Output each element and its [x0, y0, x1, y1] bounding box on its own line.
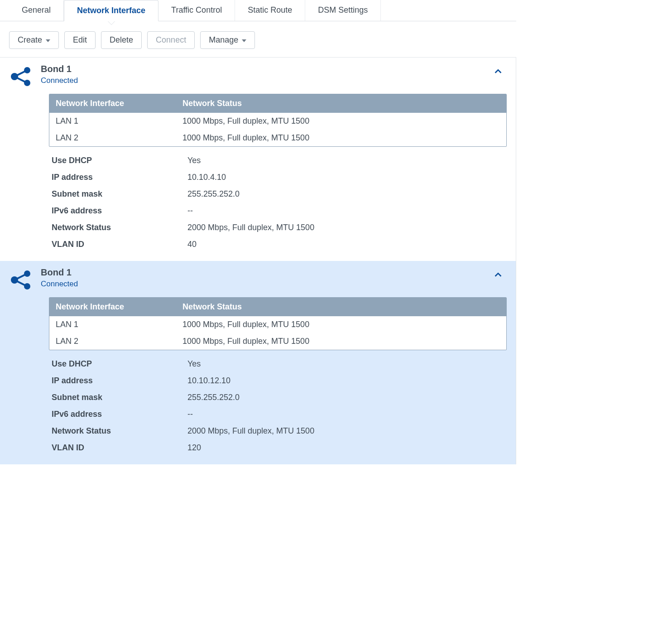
- member-interface-table: Network Interface Network Status LAN 1 1…: [49, 297, 507, 350]
- member-interface-name: LAN 1: [56, 116, 182, 126]
- interface-status: Connected: [41, 76, 507, 85]
- property-label: VLAN ID: [52, 443, 187, 453]
- collapse-toggle[interactable]: [493, 67, 503, 77]
- member-interface-status: 1000 Mbps, Full duplex, MTU 1500: [182, 320, 500, 329]
- svg-line-4: [16, 77, 25, 82]
- manage-button[interactable]: Manage: [200, 31, 255, 49]
- property-label: Network Status: [52, 426, 187, 436]
- property-row: Use DHCP Yes: [49, 356, 507, 372]
- property-value: --: [187, 410, 193, 419]
- interface-properties: Use DHCP Yes IP address 10.10.12.10 Subn…: [49, 356, 507, 456]
- property-label: Subnet mask: [52, 393, 187, 402]
- interface-item[interactable]: Bond 1 Connected Network Interface Netwo…: [0, 58, 516, 261]
- interface-title: Bond 1: [41, 64, 507, 74]
- edit-label: Edit: [73, 35, 87, 45]
- property-row: IP address 10.10.12.10: [49, 372, 507, 389]
- bond-icon: [9, 66, 33, 87]
- property-value: Yes: [187, 359, 201, 369]
- tab-traffic-control[interactable]: Traffic Control: [158, 0, 235, 21]
- property-row: Subnet mask 255.255.252.0: [49, 389, 507, 406]
- delete-button[interactable]: Delete: [101, 31, 142, 49]
- property-label: IPv6 address: [52, 206, 187, 216]
- connect-label: Connect: [156, 35, 186, 45]
- svg-line-9: [16, 281, 25, 285]
- member-interface-status: 1000 Mbps, Full duplex, MTU 1500: [182, 337, 500, 346]
- property-label: Network Status: [52, 223, 187, 232]
- property-row: Subnet mask 255.255.252.0: [49, 186, 507, 203]
- property-row: VLAN ID 40: [49, 236, 507, 253]
- member-interface-status: 1000 Mbps, Full duplex, MTU 1500: [182, 116, 500, 126]
- interface-title: Bond 1: [41, 267, 507, 278]
- svg-point-2: [24, 80, 30, 86]
- property-value: 120: [187, 443, 201, 453]
- toolbar: Create Edit Delete Connect Manage: [0, 21, 516, 57]
- svg-line-3: [16, 71, 25, 76]
- tab-dsm-settings[interactable]: DSM Settings: [305, 0, 381, 21]
- property-row: IP address 10.10.4.10: [49, 169, 507, 186]
- member-interface-status: 1000 Mbps, Full duplex, MTU 1500: [182, 133, 500, 143]
- property-row: IPv6 address --: [49, 203, 507, 219]
- property-label: Subnet mask: [52, 189, 187, 199]
- property-value: 2000 Mbps, Full duplex, MTU 1500: [187, 426, 314, 436]
- dropdown-caret-icon: [242, 39, 246, 42]
- property-value: 10.10.12.10: [187, 376, 230, 386]
- svg-point-6: [24, 270, 30, 277]
- tab-network-interface[interactable]: Network Interface: [64, 0, 158, 21]
- member-interface-row: LAN 2 1000 Mbps, Full duplex, MTU 1500: [49, 130, 506, 146]
- property-value: Yes: [187, 156, 201, 165]
- interface-list[interactable]: Bond 1 Connected Network Interface Netwo…: [0, 57, 516, 464]
- property-row: Use DHCP Yes: [49, 152, 507, 169]
- property-row: VLAN ID 120: [49, 439, 507, 456]
- tab-static-route[interactable]: Static Route: [235, 0, 305, 21]
- svg-point-7: [24, 283, 30, 289]
- member-interface-table: Network Interface Network Status LAN 1 1…: [49, 94, 507, 147]
- member-interface-name: LAN 2: [56, 337, 182, 346]
- create-button[interactable]: Create: [9, 31, 59, 49]
- interface-properties: Use DHCP Yes IP address 10.10.4.10 Subne…: [49, 152, 507, 253]
- member-interface-name: LAN 1: [56, 320, 182, 329]
- interface-status: Connected: [41, 280, 507, 289]
- manage-label: Manage: [209, 35, 238, 45]
- create-label: Create: [18, 35, 42, 45]
- member-interface-row: LAN 1 1000 Mbps, Full duplex, MTU 1500: [49, 113, 506, 130]
- svg-point-0: [11, 73, 18, 80]
- property-value: 10.10.4.10: [187, 173, 226, 182]
- col-header-interface: Network Interface: [56, 99, 182, 108]
- property-value: 2000 Mbps, Full duplex, MTU 1500: [187, 223, 314, 232]
- property-label: VLAN ID: [52, 240, 187, 249]
- interface-item[interactable]: Bond 1 Connected Network Interface Netwo…: [0, 261, 516, 464]
- member-interface-row: LAN 1 1000 Mbps, Full duplex, MTU 1500: [49, 316, 506, 333]
- svg-line-8: [16, 275, 25, 279]
- property-label: IPv6 address: [52, 410, 187, 419]
- property-label: IP address: [52, 173, 187, 182]
- property-value: 40: [187, 240, 197, 249]
- property-label: Use DHCP: [52, 156, 187, 165]
- connect-button: Connect: [147, 31, 195, 49]
- property-row: IPv6 address --: [49, 406, 507, 423]
- property-value: 255.255.252.0: [187, 393, 240, 402]
- col-header-status: Network Status: [182, 302, 500, 312]
- property-row: Network Status 2000 Mbps, Full duplex, M…: [49, 219, 507, 236]
- svg-point-1: [24, 67, 30, 73]
- member-interface-name: LAN 2: [56, 133, 182, 143]
- dropdown-caret-icon: [46, 39, 50, 42]
- tab-general[interactable]: General: [9, 0, 64, 21]
- property-label: Use DHCP: [52, 359, 187, 369]
- collapse-toggle[interactable]: [493, 270, 503, 280]
- property-value: --: [187, 206, 193, 216]
- property-row: Network Status 2000 Mbps, Full duplex, M…: [49, 423, 507, 439]
- col-header-status: Network Status: [182, 99, 500, 108]
- svg-point-5: [11, 276, 18, 284]
- tab-bar: General Network Interface Traffic Contro…: [0, 0, 516, 21]
- delete-label: Delete: [110, 35, 133, 45]
- property-label: IP address: [52, 376, 187, 386]
- bond-icon: [9, 269, 33, 291]
- edit-button[interactable]: Edit: [64, 31, 96, 49]
- property-value: 255.255.252.0: [187, 189, 240, 199]
- member-interface-row: LAN 2 1000 Mbps, Full duplex, MTU 1500: [49, 333, 506, 350]
- col-header-interface: Network Interface: [56, 302, 182, 312]
